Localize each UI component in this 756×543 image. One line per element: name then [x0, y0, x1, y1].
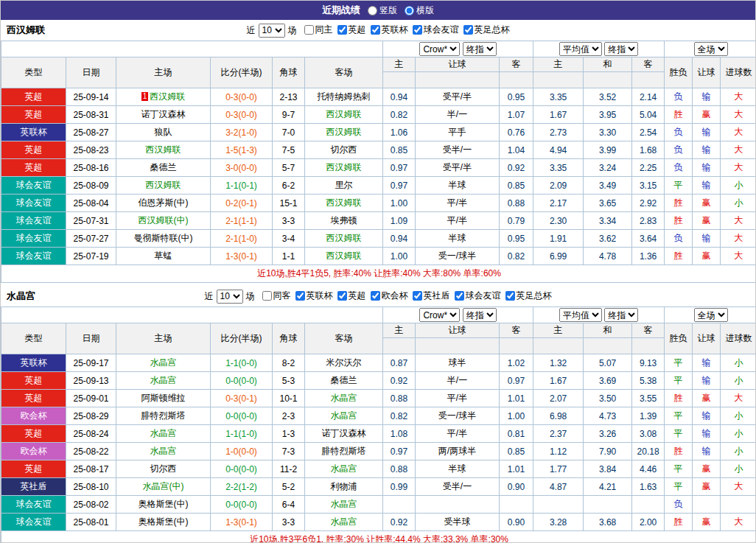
- match-row: 球会友谊25-08-04伯恩茅斯(中)0-2(0-1)15-1西汉姆联1.00平…: [1, 195, 756, 212]
- average-odds: 1.12: [533, 443, 584, 460]
- match-result: 负: [665, 88, 693, 106]
- odds-source-select[interactable]: Crow*: [419, 42, 460, 56]
- home-team: 西汉姆联(中): [116, 212, 211, 230]
- match-result: 平: [665, 177, 693, 195]
- final-odds-select[interactable]: 终指: [463, 42, 497, 56]
- col-header-goals: 进球数: [721, 323, 756, 354]
- average-odds-select[interactable]: 平均值: [559, 308, 602, 322]
- col-header-date: 日期: [66, 57, 116, 88]
- score: 0-3(0-0): [211, 88, 273, 106]
- away-team-name: 腓特烈斯塔: [322, 446, 366, 456]
- average-odds: 2.54: [632, 124, 665, 141]
- header-spacer-cell: [584, 338, 632, 354]
- league-filter-checkbox[interactable]: [505, 291, 515, 301]
- league-filter-checkbox[interactable]: [413, 25, 422, 35]
- average-odds-select[interactable]: 平均值: [559, 42, 602, 56]
- goals-result: 大: [721, 106, 756, 124]
- near-count-select[interactable]: 10: [217, 290, 243, 304]
- league-filter-checkbox[interactable]: [455, 291, 464, 301]
- same-venue-checkbox[interactable]: [262, 291, 272, 301]
- handicap-odds: 0.90: [500, 514, 533, 531]
- horizontal-layout-radio[interactable]: [405, 6, 414, 15]
- col-header-odds-line: 让球: [416, 57, 500, 72]
- league-filter-checkbox-label: 英足总杯: [463, 24, 510, 36]
- average-odds: 2.37: [533, 425, 584, 443]
- handicap-line: 受半/一: [416, 478, 500, 496]
- corner-score: 5-7: [273, 159, 305, 177]
- col-header-corner: 角球: [273, 323, 305, 354]
- near-count-select[interactable]: 10: [259, 24, 285, 38]
- goals-result: 大: [721, 159, 756, 177]
- home-team-name: 奥格斯堡(中): [139, 516, 189, 527]
- odds-controls-row: Crow* 终指 平均值 终指 全场: [1, 307, 756, 323]
- corner-score: 6-4: [273, 496, 305, 514]
- league-filter-checkbox[interactable]: [371, 291, 380, 301]
- away-team: 西汉姆联: [305, 248, 383, 265]
- handicap-odds: 0.81: [500, 425, 533, 443]
- league-filter-checkbox-label: 英超: [337, 24, 366, 36]
- league-filter-checkbox-label: 英超: [337, 290, 366, 302]
- handicap-odds: 0.90: [500, 478, 533, 496]
- near-label: 近: [247, 24, 256, 37]
- league-filter-checkbox[interactable]: [337, 25, 347, 35]
- league-filter-checkbox[interactable]: [463, 25, 473, 35]
- corner-score: 6-2: [273, 177, 305, 195]
- match-type-badge: 欧会杯: [1, 407, 66, 425]
- handicap-result: 赢: [693, 195, 721, 212]
- vertical-layout-radio[interactable]: [368, 6, 377, 15]
- match-result: 平: [665, 425, 693, 443]
- checkbox-label: 英超: [349, 290, 366, 302]
- average-odds: 4.21: [584, 478, 632, 496]
- match-date: 25-09-14: [66, 88, 116, 106]
- final-odds-select[interactable]: 终指: [604, 308, 638, 322]
- away-team: 腓特烈斯塔: [305, 443, 383, 460]
- corner-score: 10-1: [273, 390, 305, 407]
- handicap-odds: 0.85: [383, 141, 416, 159]
- handicap-odds: 0.97: [383, 177, 416, 195]
- score: 0-0(0-0): [211, 407, 273, 425]
- league-filter-checkbox[interactable]: [371, 25, 380, 35]
- same-venue-checkbox[interactable]: [304, 25, 314, 35]
- scope-controls: 全场: [665, 41, 756, 57]
- table-header: Crow* 终指 平均值 终指 全场 类型 日期 主场 比分(半场): [1, 41, 756, 88]
- league-filter-checkbox[interactable]: [337, 291, 347, 301]
- league-filter-checkbox[interactable]: [413, 291, 422, 301]
- away-team-name: 水晶宫: [331, 463, 357, 474]
- average-odds: 3.50: [584, 390, 632, 407]
- away-team: 西汉姆联: [305, 195, 383, 212]
- handicap-result: 输: [693, 230, 721, 248]
- final-odds-select[interactable]: 终指: [463, 308, 497, 322]
- handicap-result: 输: [693, 372, 721, 390]
- corner-score: 7-0: [273, 124, 305, 141]
- average-odds: 5.07: [584, 354, 632, 372]
- handicap-line: 半球: [416, 230, 500, 248]
- scope-controls: 全场: [665, 307, 756, 323]
- match-row: 英联杯25-09-17水晶宫1-1(0-0)8-2米尔沃尔0.87球半1.021…: [1, 354, 756, 372]
- match-row: 英超25-08-24水晶宫1-1(1-0)1-3诺丁汉森林1.08平/半0.81…: [1, 425, 756, 443]
- summary-text: 近10场,胜3平6负1, 胜率:30% 让胜率:44.4% 大率:33.3% 单…: [1, 531, 756, 543]
- match-result: 胜: [665, 514, 693, 531]
- match-date: 25-08-16: [66, 159, 116, 177]
- home-team-name: 桑德兰: [150, 162, 177, 172]
- average-odds: 4.73: [584, 407, 632, 425]
- match-date: 25-08-01: [66, 514, 116, 531]
- scope-select[interactable]: 全场: [694, 308, 728, 322]
- odds-source-select[interactable]: Crow*: [419, 308, 460, 322]
- handicap-odds: 1.02: [500, 354, 533, 372]
- scope-select[interactable]: 全场: [694, 42, 728, 56]
- handicap-result: [693, 496, 721, 514]
- league-filter-checkbox-label: 英联杯: [371, 24, 408, 36]
- home-team-name: 切尔西: [150, 463, 177, 474]
- home-team: 桑德兰: [116, 159, 211, 177]
- handicap-odds: 0.88: [383, 460, 416, 478]
- average-odds: 6.98: [533, 407, 584, 425]
- home-team-name: 阿斯顿维拉: [141, 393, 186, 403]
- score: 1-3(0-1): [211, 514, 273, 531]
- league-filter-checkbox[interactable]: [295, 291, 305, 301]
- handicap-odds-controls: Crow* 终指: [383, 307, 533, 323]
- final-odds-select[interactable]: 终指: [604, 42, 638, 56]
- col-header-avg-draw: 和: [584, 323, 632, 338]
- home-team: 1西汉姆联: [116, 88, 211, 106]
- match-row: 英超25-09-01阿斯顿维拉0-3(0-1)10-1水晶宫0.88平/半1.0…: [1, 390, 756, 407]
- average-odds: 2.09: [533, 177, 584, 195]
